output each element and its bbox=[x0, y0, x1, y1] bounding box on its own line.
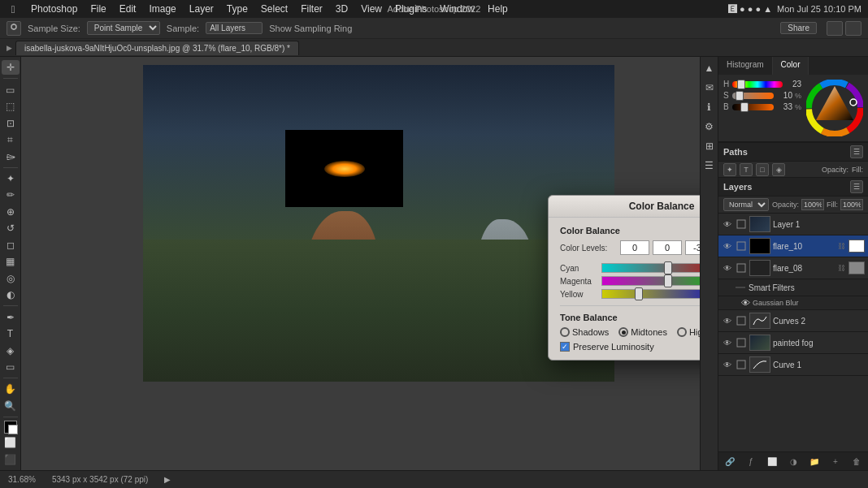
menu-file[interactable]: File bbox=[85, 2, 111, 16]
level-input-3[interactable] bbox=[685, 240, 700, 255]
layer-row[interactable]: 👁 Layer 1 bbox=[718, 214, 868, 235]
path-tool-2[interactable]: T bbox=[740, 163, 753, 176]
layer-visibility-toggle[interactable]: 👁 bbox=[722, 218, 733, 230]
layer-row[interactable]: 👁 Curves 2 bbox=[718, 310, 868, 332]
background-color[interactable] bbox=[8, 425, 18, 434]
midtones-radio[interactable]: Midtones bbox=[618, 327, 667, 337]
menu-select[interactable]: Select bbox=[256, 2, 293, 16]
link-layers-btn[interactable]: 🔗 bbox=[723, 455, 736, 468]
shadows-radio-dot[interactable] bbox=[560, 327, 570, 337]
panel-tool-1[interactable]: ▲ bbox=[701, 59, 718, 77]
adjustment-layer-btn[interactable]: ◑ bbox=[787, 455, 800, 468]
path-tool-3[interactable]: □ bbox=[756, 163, 769, 176]
add-mask-btn[interactable]: ⬜ bbox=[766, 455, 779, 468]
text-tool[interactable]: T bbox=[2, 326, 20, 341]
filter-vis[interactable]: 👁 bbox=[741, 298, 753, 308]
marquee-tool[interactable]: ▭ bbox=[2, 82, 20, 97]
blend-mode-select[interactable]: Normal bbox=[723, 198, 769, 211]
panel-tool-5[interactable]: ⊞ bbox=[701, 137, 718, 155]
fill-input[interactable] bbox=[840, 199, 863, 210]
brightness-thumb[interactable] bbox=[740, 102, 749, 112]
apple-icon[interactable]:  bbox=[7, 2, 20, 15]
layer-row[interactable]: 👁 flare_08 ⛓ bbox=[718, 257, 868, 279]
share-button[interactable]: Share bbox=[780, 22, 817, 34]
menu-help[interactable]: Help bbox=[483, 2, 513, 16]
hue-track[interactable] bbox=[732, 81, 783, 88]
yellow-blue-thumb[interactable] bbox=[635, 287, 643, 300]
menu-edit[interactable]: Edit bbox=[115, 2, 141, 16]
opacity-input[interactable] bbox=[801, 199, 824, 210]
layout-button[interactable] bbox=[845, 21, 861, 36]
path-selection-tool[interactable]: ◈ bbox=[2, 343, 20, 357]
color-tab[interactable]: Color bbox=[773, 57, 809, 75]
midtones-radio-dot[interactable] bbox=[618, 327, 628, 337]
panel-tool-6[interactable]: ☰ bbox=[701, 157, 718, 175]
layer-row[interactable]: 👁 Curve 1 bbox=[718, 354, 868, 376]
eyedropper-tool[interactable]: ⌲ bbox=[2, 149, 20, 163]
color-wheel[interactable] bbox=[806, 80, 863, 136]
highlights-radio-dot[interactable] bbox=[677, 327, 687, 337]
menu-layer[interactable]: Layer bbox=[184, 2, 219, 16]
path-tool-1[interactable]: ✦ bbox=[723, 163, 736, 176]
layer-visibility-toggle[interactable]: 👁 bbox=[722, 337, 733, 348]
paths-menu[interactable]: ☰ bbox=[850, 145, 863, 158]
shadows-radio[interactable]: Shadows bbox=[560, 327, 609, 337]
menu-photoshop[interactable]: Photoshop bbox=[26, 2, 82, 16]
shape-tool[interactable]: ▭ bbox=[2, 360, 20, 374]
menu-image[interactable]: Image bbox=[144, 2, 180, 16]
level-input-2[interactable] bbox=[653, 240, 682, 255]
lasso-tool[interactable]: ⬚ bbox=[2, 99, 20, 114]
panel-tool-2[interactable]: ✉ bbox=[701, 79, 718, 97]
menu-view[interactable]: View bbox=[356, 2, 387, 16]
layer-row[interactable]: 👁 flare_10 ⛓ bbox=[718, 235, 868, 257]
hand-tool[interactable]: ✋ bbox=[2, 382, 20, 396]
history-tool[interactable]: ↺ bbox=[2, 221, 20, 235]
layer-visibility-toggle[interactable]: 👁 bbox=[722, 359, 733, 370]
layer-visibility-toggle[interactable]: 👁 bbox=[722, 240, 733, 252]
zoom-tool[interactable]: 🔍 bbox=[2, 399, 20, 413]
sample-size-select[interactable]: Point Sample bbox=[87, 21, 160, 35]
eraser-tool[interactable]: ◻ bbox=[2, 238, 20, 253]
blur-tool[interactable]: ◎ bbox=[2, 271, 20, 286]
canvas-area[interactable]: Color Balance Color Balance Color Levels… bbox=[21, 57, 700, 470]
menu-3d[interactable]: 3D bbox=[331, 2, 353, 16]
healing-tool[interactable]: ✦ bbox=[2, 171, 20, 186]
all-layers-input[interactable] bbox=[206, 22, 263, 34]
brightness-track[interactable] bbox=[732, 104, 774, 110]
brush-tool[interactable]: ✏ bbox=[2, 188, 20, 202]
layer-visibility-toggle[interactable]: 👁 bbox=[722, 262, 733, 274]
hue-thumb[interactable] bbox=[737, 80, 745, 89]
highlights-radio[interactable]: Highlights bbox=[677, 327, 700, 337]
clone-tool[interactable]: ⊕ bbox=[2, 205, 20, 219]
layer-row[interactable]: 👁 painted fog bbox=[718, 332, 868, 354]
quick-mask-tool[interactable]: ⬜ bbox=[2, 435, 20, 450]
add-style-btn[interactable]: ƒ bbox=[744, 455, 757, 468]
add-layer-btn[interactable]: + bbox=[829, 455, 842, 468]
yellow-blue-track[interactable] bbox=[601, 289, 700, 299]
layer-visibility-toggle[interactable]: 👁 bbox=[722, 315, 733, 326]
layer-row[interactable]: Smart Filters bbox=[718, 279, 868, 296]
screen-mode-tool[interactable]: ⬛ bbox=[2, 451, 20, 466]
histogram-tab[interactable]: Histogram bbox=[718, 57, 773, 75]
magenta-green-thumb[interactable] bbox=[664, 274, 672, 287]
delete-layer-btn[interactable]: 🗑 bbox=[850, 455, 863, 468]
panel-tool-4[interactable]: ⚙ bbox=[701, 118, 718, 136]
gradient-tool[interactable]: ▦ bbox=[2, 254, 20, 269]
move-tool[interactable]: ✛ bbox=[2, 60, 20, 75]
pen-tool[interactable]: ✒ bbox=[2, 309, 20, 324]
zoom-button[interactable] bbox=[827, 21, 843, 36]
filter-item-row[interactable]: 👁 Gaussian Blur bbox=[718, 296, 868, 310]
cyan-red-thumb[interactable] bbox=[664, 261, 672, 274]
document-tab[interactable]: isabella-juskova-9aNItHjuOc0-unsplash.jp… bbox=[15, 41, 299, 55]
path-tool-4[interactable]: ◈ bbox=[772, 163, 785, 176]
menu-type[interactable]: Type bbox=[222, 2, 253, 16]
add-group-btn[interactable]: 📁 bbox=[808, 455, 821, 468]
object-selection-tool[interactable]: ⊡ bbox=[2, 115, 20, 130]
panel-tool-3[interactable]: ℹ bbox=[701, 98, 718, 116]
cyan-red-track[interactable] bbox=[601, 263, 700, 273]
dodge-tool[interactable]: ◐ bbox=[2, 287, 20, 302]
saturation-track[interactable] bbox=[732, 93, 774, 99]
preserve-checkbox[interactable]: ✓ bbox=[560, 342, 570, 352]
crop-tool[interactable]: ⌗ bbox=[2, 132, 20, 147]
level-input-1[interactable] bbox=[620, 240, 649, 255]
